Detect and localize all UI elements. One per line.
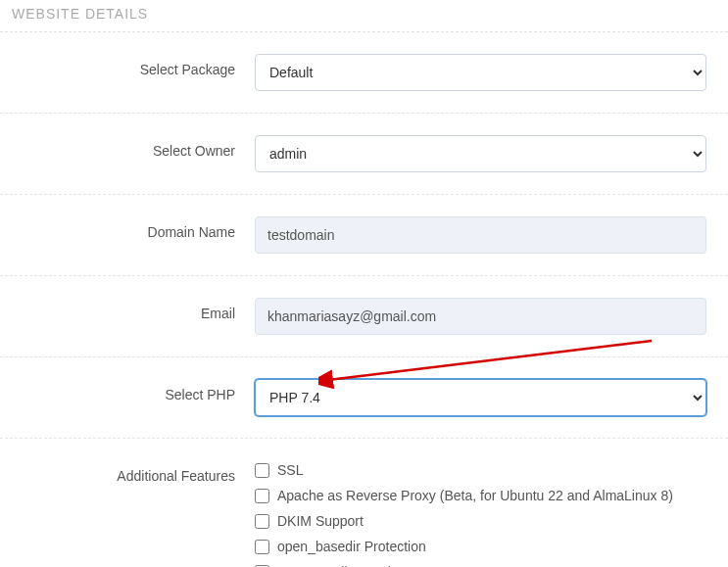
checkbox-ssl[interactable] (255, 463, 269, 478)
checkbox-item-openbasedir: open_basedir Protection (255, 539, 706, 554)
label-additional-features: Additional Features (10, 460, 255, 484)
checkbox-openbasedir[interactable] (255, 540, 269, 554)
row-select-php: Select PHP PHP 7.4 (0, 357, 728, 439)
label-select-php: Select PHP (10, 379, 255, 402)
checkbox-label-dkim: DKIM Support (277, 513, 364, 529)
select-package[interactable]: Default (255, 54, 706, 91)
select-php[interactable]: PHP 7.4 (255, 379, 706, 416)
row-additional-features: Additional Features SSL Apache as Revers… (0, 439, 728, 567)
label-select-package: Select Package (10, 54, 255, 77)
additional-features-list: SSL Apache as Reverse Proxy (Beta, for U… (255, 460, 706, 567)
checkbox-label-apache: Apache as Reverse Proxy (Beta, for Ubunt… (277, 488, 673, 503)
row-select-package: Select Package Default (0, 32, 728, 114)
section-title: WEBSITE DETAILS (0, 0, 728, 32)
row-domain-name: Domain Name (0, 195, 728, 276)
label-domain-name: Domain Name (10, 216, 255, 240)
checkbox-item-dkim: DKIM Support (255, 513, 706, 529)
select-owner[interactable]: admin (255, 135, 706, 172)
domain-name-input[interactable] (255, 216, 706, 254)
row-select-owner: Select Owner admin (0, 114, 728, 195)
checkbox-label-ssl: SSL (277, 462, 303, 478)
row-email: Email (0, 276, 728, 357)
label-email: Email (10, 298, 255, 321)
checkbox-apache[interactable] (255, 489, 269, 503)
checkbox-dkim[interactable] (255, 514, 269, 529)
checkbox-label-openbasedir: open_basedir Protection (277, 539, 426, 554)
label-select-owner: Select Owner (10, 135, 255, 159)
checkbox-item-ssl: SSL (255, 462, 706, 478)
checkbox-item-apache: Apache as Reverse Proxy (Beta, for Ubunt… (255, 488, 706, 503)
email-input[interactable] (255, 298, 706, 335)
